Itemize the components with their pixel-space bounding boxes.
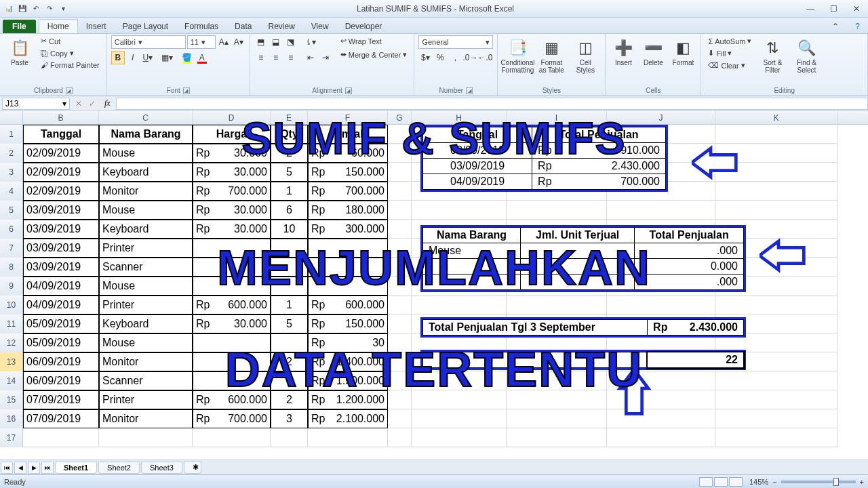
row-header[interactable]: 14 [0,371,23,390]
cell[interactable]: Keyboard [99,163,193,182]
cell[interactable]: 3 [271,409,308,428]
col-E[interactable]: E [271,111,308,124]
ribbon-minimize-icon[interactable]: ⌃ [824,20,847,33]
zoom-out-icon[interactable]: − [772,478,776,486]
insert-button[interactable]: ➕Insert [610,35,637,68]
dialog-launcher-icon[interactable]: ◢ [345,87,352,94]
copy-button[interactable]: ⿻Copy▾ [38,47,102,59]
sheet-next-icon[interactable]: ▶ [28,462,40,474]
redo-icon[interactable]: ↷ [43,3,56,15]
row-header[interactable]: 8 [0,258,23,277]
file-tab[interactable]: File [3,20,36,33]
cell[interactable] [193,428,271,447]
row-header[interactable]: 16 [0,409,23,428]
page-break-view-icon[interactable] [729,477,743,487]
cell[interactable] [715,390,837,409]
cell[interactable]: 2 [271,352,308,371]
col-D[interactable]: D [193,111,271,124]
cell[interactable] [308,428,388,447]
orientation-icon[interactable]: ⤹▾ [304,35,317,49]
cell[interactable]: 07/09/2019 [23,409,99,428]
format-button[interactable]: ◧Format [669,35,696,68]
decrease-indent-icon[interactable]: ⇤ [304,51,317,64]
cell[interactable] [193,277,271,296]
cell[interactable] [715,296,837,314]
cell[interactable]: 5 [271,314,308,333]
cell-styles-button[interactable]: ◫Cell Styles [570,35,601,76]
cell[interactable] [715,428,837,447]
bold-button[interactable]: B [111,51,125,64]
cell[interactable] [715,182,837,201]
cell[interactable]: 03/09/2019 [23,201,99,220]
sort-filter-button[interactable]: ⇅Sort & Filter [757,35,788,76]
cell[interactable] [607,296,715,314]
cell[interactable]: 03/09/2019 [23,258,99,277]
cell[interactable]: Rp30.000 [193,201,271,220]
cell[interactable]: Rp700.000 [308,182,388,201]
tab-page-layout[interactable]: Page Layout [115,20,176,33]
cell[interactable] [271,277,308,296]
cell[interactable]: Mouse [99,201,193,220]
cell[interactable] [388,428,412,447]
col-J[interactable]: J [607,111,715,124]
row-header[interactable]: 2 [0,144,23,163]
cell[interactable]: 04/09/2019 [23,296,99,314]
align-middle-icon[interactable]: ⬓ [269,35,283,49]
row-header[interactable]: 7 [0,239,23,258]
cell[interactable] [308,258,388,277]
tab-view[interactable]: View [303,20,337,33]
cell[interactable] [271,333,308,352]
cell[interactable] [412,371,507,390]
cell[interactable] [412,201,507,220]
cell[interactable] [388,239,412,258]
cell[interactable] [388,371,412,390]
cell[interactable]: Jumlah [308,125,388,144]
dialog-launcher-icon[interactable]: ◢ [66,87,73,94]
sheet-tab[interactable]: Sheet1 [55,462,97,474]
row-header[interactable]: 11 [0,314,23,333]
tab-formulas[interactable]: Formulas [176,20,226,33]
worksheet-grid[interactable]: B C D E F G H I J K 1TanggalNama BarangH… [0,111,868,470]
cell[interactable]: Mouse [99,144,193,163]
cell[interactable]: Rp1.400.000 [308,352,388,371]
cell[interactable] [388,258,412,277]
cell[interactable] [388,314,412,333]
row-header[interactable]: 3 [0,163,23,182]
cell[interactable] [308,239,388,258]
row-header[interactable]: 17 [0,428,23,447]
cell[interactable]: Rp700.000 [193,409,271,428]
cell[interactable]: Printer [99,239,193,258]
formula-input[interactable] [116,98,868,110]
row-header[interactable]: 13 [0,352,23,371]
zoom-in-icon[interactable]: + [860,478,864,486]
increase-indent-icon[interactable]: ⇥ [319,51,332,64]
cell[interactable]: 02/09/2019 [23,163,99,182]
align-top-icon[interactable]: ⬒ [254,35,268,49]
cell[interactable]: Rp30.000 [193,314,271,333]
cell[interactable]: 05/09/2019 [23,333,99,352]
cell[interactable]: Rp300.000 [308,220,388,239]
sheet-tab[interactable]: Sheet2 [98,462,140,474]
cell[interactable]: 04/09/2019 [23,277,99,296]
format-as-table-button[interactable]: ▦Format as Table [536,35,567,76]
page-layout-view-icon[interactable] [714,477,728,487]
close-button[interactable]: ✕ [845,2,868,16]
row-header[interactable]: 10 [0,296,23,314]
dialog-launcher-icon[interactable]: ◢ [466,87,473,94]
delete-button[interactable]: ➖Delete [639,35,667,68]
cell[interactable] [715,371,837,390]
sheet-last-icon[interactable]: ⏭ [41,462,54,474]
cell[interactable]: 2 [271,390,308,409]
cell[interactable]: Rp30 [308,333,388,352]
cell[interactable] [388,125,412,144]
cell[interactable]: 02/09/2019 [23,144,99,163]
shrink-font-icon[interactable]: A▾ [232,35,245,49]
font-size-combo[interactable]: 11▾ [187,35,216,49]
clear-button[interactable]: ⌫Clear▾ [705,60,754,71]
cell[interactable] [271,258,308,277]
align-bottom-icon[interactable]: ⬔ [284,35,298,49]
row-header[interactable]: 5 [0,201,23,220]
comma-icon[interactable]: , [448,51,462,64]
cell[interactable] [193,333,271,352]
cell[interactable]: Rp180.000 [308,201,388,220]
